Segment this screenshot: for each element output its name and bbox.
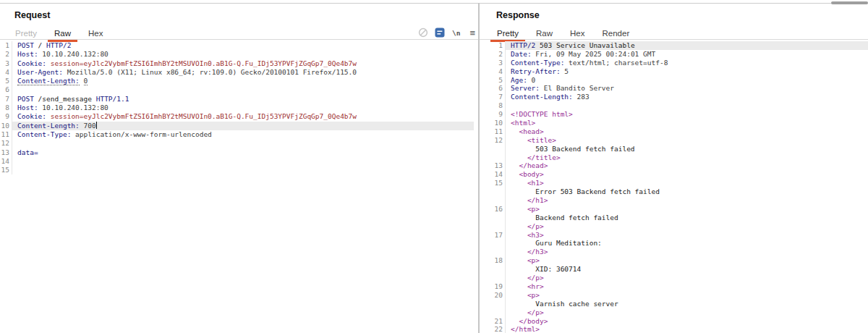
line-number: 10 bbox=[0, 122, 12, 130]
line-number: 11 bbox=[0, 130, 12, 139]
code-line: <title> bbox=[506, 136, 868, 145]
line-number bbox=[482, 187, 506, 196]
code-token: session=eyJlc2VybmFtZSI6ImhBY2tMSUVOIn0.… bbox=[51, 112, 357, 120]
request-editor-toolbar: \n ≡ bbox=[418, 26, 477, 39]
code-token: Varnish cache server bbox=[511, 300, 618, 308]
response-line: </p> bbox=[482, 274, 868, 282]
response-tab-raw[interactable]: Raw bbox=[529, 28, 559, 41]
line-number: 7 bbox=[482, 93, 506, 101]
line-number: 13 bbox=[0, 148, 12, 157]
response-line: Varnish cache server bbox=[482, 300, 868, 308]
code-line: </body> bbox=[506, 317, 868, 326]
line-number: 20 bbox=[482, 291, 506, 300]
code-token: <p> bbox=[527, 256, 540, 264]
line-number: 10 bbox=[482, 119, 506, 127]
code-token: <title> bbox=[527, 136, 556, 144]
response-line: 16 <p> bbox=[482, 205, 868, 214]
code-line: Content-Type: text/html; charset=utf-8 bbox=[506, 59, 868, 67]
code-token: Host: bbox=[17, 50, 38, 58]
newline-chars-icon[interactable]: \n bbox=[451, 28, 461, 38]
code-token: Host: bbox=[17, 104, 38, 111]
code-token: </p> bbox=[527, 274, 544, 282]
response-tab-render[interactable]: Render bbox=[596, 28, 637, 41]
panel-splitter[interactable] bbox=[478, 3, 480, 333]
line-number bbox=[482, 274, 506, 282]
code-token: data= bbox=[17, 148, 38, 156]
response-tab-pretty[interactable]: Pretty bbox=[490, 28, 525, 41]
code-token: User-Agent: bbox=[17, 68, 63, 76]
response-line: </h3> bbox=[482, 248, 868, 256]
request-editor[interactable]: 1POST / HTTP/22Host: 10.10.240.132:803Co… bbox=[0, 41, 474, 333]
code-line: </title> bbox=[506, 153, 868, 162]
code-line bbox=[12, 157, 474, 166]
code-line: </h3> bbox=[506, 248, 868, 256]
code-line: <hr> bbox=[506, 282, 868, 291]
code-token: <p> bbox=[527, 205, 540, 213]
response-editor[interactable]: 1HTTP/2 503 Service Unavailable2Date: Fr… bbox=[482, 41, 868, 333]
response-line: 503 Backend fetch failed bbox=[482, 145, 868, 153]
editor-menu-icon[interactable]: ≡ bbox=[468, 28, 478, 38]
code-token: </body> bbox=[519, 317, 548, 325]
code-line: Backend fetch failed bbox=[506, 214, 868, 222]
response-line: 18 <p> bbox=[482, 256, 868, 265]
response-line: 5Age: 0 bbox=[482, 76, 868, 85]
line-number: 14 bbox=[482, 170, 506, 179]
line-number: 15 bbox=[482, 179, 506, 187]
request-tab-hex[interactable]: Hex bbox=[82, 28, 109, 41]
code-token bbox=[511, 127, 519, 135]
code-token bbox=[80, 77, 84, 85]
code-token: <h1> bbox=[527, 179, 544, 187]
response-line: 14 <body> bbox=[482, 170, 868, 179]
response-line: XID: 360714 bbox=[482, 265, 868, 274]
code-line: XID: 360714 bbox=[506, 265, 868, 274]
code-line: Retry-After: 5 bbox=[506, 67, 868, 76]
code-token: 503 Service Unavailable bbox=[535, 41, 634, 49]
line-number: 12 bbox=[482, 136, 506, 145]
code-token: El Bandito Server bbox=[540, 84, 614, 92]
code-token: </p> bbox=[527, 222, 544, 230]
response-line: Error 503 Backend fetch failed bbox=[482, 187, 868, 196]
line-number bbox=[482, 196, 506, 205]
line-number: 19 bbox=[482, 282, 506, 291]
line-number bbox=[482, 145, 506, 153]
request-line: 13data= bbox=[0, 148, 474, 157]
top-scrollbar-thumb[interactable] bbox=[831, 1, 868, 4]
pretty-print-icon[interactable] bbox=[435, 28, 445, 38]
highlight-off-icon[interactable] bbox=[418, 28, 428, 38]
request-line: 14 bbox=[0, 157, 474, 166]
code-line: <p> bbox=[506, 256, 868, 265]
response-tab-hex[interactable]: Hex bbox=[563, 28, 591, 41]
response-line: Backend fetch failed bbox=[482, 214, 868, 222]
code-line: <body> bbox=[506, 170, 868, 179]
code-token: application/x-www-form-urlencoded bbox=[71, 130, 211, 138]
code-token: Content-Type: bbox=[511, 59, 564, 67]
code-token bbox=[511, 248, 527, 256]
line-number: 6 bbox=[0, 85, 12, 94]
code-line: User-Agent: Mozilla/5.0 (X11; Linux x86_… bbox=[12, 68, 474, 77]
code-line: data= bbox=[12, 148, 474, 157]
code-token: Content-Type: bbox=[17, 130, 71, 138]
code-token bbox=[511, 205, 527, 213]
request-panel-title: Request bbox=[14, 10, 50, 20]
request-tab-pretty[interactable]: Pretty bbox=[9, 28, 43, 41]
line-number: 4 bbox=[0, 68, 12, 77]
code-token: HTTP/2 bbox=[46, 41, 71, 49]
code-token: session=eyJlc2VybmFtZSI6ImhBY2tMSUVOIn0.… bbox=[51, 59, 357, 67]
line-number: 7 bbox=[0, 95, 12, 104]
response-line: Guru Meditation: bbox=[482, 239, 868, 248]
line-number: 1 bbox=[482, 41, 506, 50]
code-token: <body> bbox=[519, 170, 543, 178]
line-number: 2 bbox=[0, 50, 12, 59]
line-number bbox=[482, 214, 506, 222]
code-line bbox=[12, 166, 474, 174]
code-line bbox=[12, 85, 474, 94]
line-number: 21 bbox=[482, 317, 506, 326]
response-line: </p> bbox=[482, 308, 868, 317]
response-line: 3Content-Type: text/html; charset=utf-8 bbox=[482, 59, 868, 67]
request-line: 3Cookie: session=eyJlc2VybmFtZSI6ImhBY2t… bbox=[0, 59, 474, 68]
request-tab-raw[interactable]: Raw bbox=[48, 28, 77, 41]
code-token: <p> bbox=[527, 291, 540, 299]
code-token bbox=[511, 231, 527, 239]
response-line: 12 <title> bbox=[482, 136, 868, 145]
request-line: 11Content-Type: application/x-www-form-u… bbox=[0, 130, 474, 139]
